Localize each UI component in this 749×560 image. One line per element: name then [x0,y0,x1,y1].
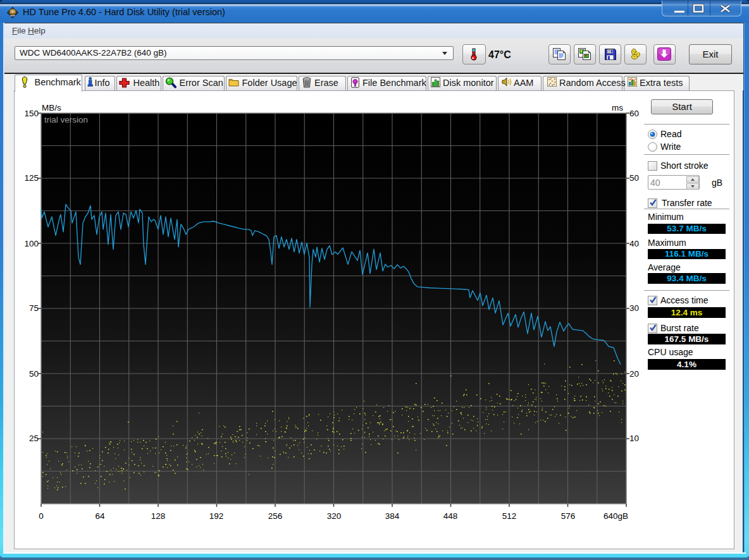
svg-text:448: 448 [443,511,458,521]
svg-text:192: 192 [209,511,224,521]
svg-text:512: 512 [502,511,517,521]
svg-text:128: 128 [151,511,166,521]
svg-text:50: 50 [629,173,639,183]
svg-text:256: 256 [268,511,283,521]
svg-text:20: 20 [629,369,639,379]
svg-text:ms: ms [612,103,623,113]
svg-text:384: 384 [385,511,400,521]
svg-text:MB/s: MB/s [42,103,61,113]
svg-text:30: 30 [629,303,639,313]
svg-text:60: 60 [629,109,639,118]
svg-text:320: 320 [327,511,342,521]
svg-text:100: 100 [24,239,39,248]
svg-text:125: 125 [24,173,39,183]
svg-text:10: 10 [629,434,639,443]
svg-text:40: 40 [629,239,639,248]
svg-text:trial version: trial version [44,115,88,125]
svg-text:640gB: 640gB [604,511,628,521]
svg-text:0: 0 [39,511,44,521]
svg-text:64: 64 [95,511,105,521]
svg-text:75: 75 [29,303,39,313]
svg-text:150: 150 [24,109,39,118]
svg-text:50: 50 [29,369,39,379]
svg-text:25: 25 [29,434,39,443]
svg-text:576: 576 [561,511,576,521]
